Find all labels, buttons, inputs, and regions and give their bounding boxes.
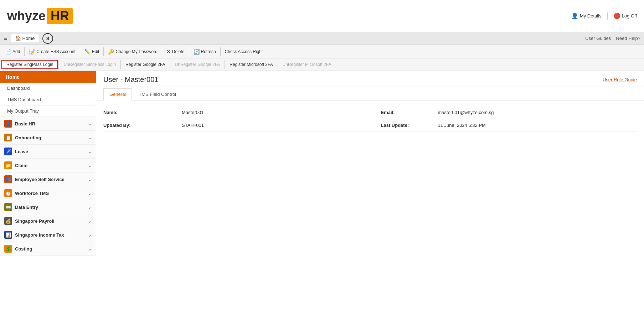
data-entry-icon: ⌨️ [4,203,12,211]
costing-icon: 💲 [4,245,12,253]
need-help-link[interactable]: Need Help? [616,36,640,41]
register-google-button[interactable]: Register Google 2FA [121,61,169,68]
edit-button[interactable]: ✏️ Edit [81,47,103,56]
register-google-label: Register Google 2FA [125,62,165,67]
create-ess-icon: 📝 [29,49,35,55]
change-password-button[interactable]: 🔑 Change My Password [104,47,161,56]
add-icon: 📄 [5,49,11,55]
log-off-icon: 🔴 [613,12,620,19]
edit-label: Edit [92,49,99,54]
check-access-label: Check Access Right [225,49,263,54]
delete-button[interactable]: ✕ Delete [163,47,188,56]
refresh-button[interactable]: 🔄 Refresh [190,47,220,56]
user-guides-link[interactable]: User Guides [585,36,611,41]
workforce-tms-label: Workforce TMS [15,191,49,196]
register-singpass-label: Register SingPass Login [6,62,53,67]
sidebar-section-onboarding[interactable]: 📋 Onboarding ⌄ [0,131,96,145]
top-nav-right: User Guides Need Help? [585,36,640,41]
my-details-link[interactable]: 👤 My Details [571,12,602,19]
sidebar-section-singapore-payroll[interactable]: 💰 Singapore Payroll ⌄ [0,214,96,228]
sidebar: Home Dashboard TMS Dashboard My Output T… [0,71,96,315]
onboarding-chevron: ⌄ [88,135,92,140]
unregister-google-label: UnRegister Google 2FA [175,62,220,67]
logo-hr-text: HR [47,8,73,24]
user-role-guide-link[interactable]: User Role Guide [603,77,637,82]
updated-by-label: Updated By: [103,123,182,128]
top-nav-left: ≡ 🏠 Home 3 [4,33,53,44]
costing-chevron: ⌄ [88,246,92,252]
leave-label: Leave [15,149,28,154]
logo-whyze-text: whyze [7,9,46,24]
sidebar-section-leave[interactable]: ✈️ Leave ⌄ [0,145,96,159]
change-password-icon: 🔑 [108,49,114,55]
sidebar-item-tms-dashboard[interactable]: TMS Dashboard [0,94,96,105]
singapore-income-tax-chevron: ⌄ [88,232,92,238]
sidebar-section-singapore-income-tax[interactable]: 📊 Singapore Income Tax ⌄ [0,228,96,242]
toolbar-sep-4 [162,47,162,56]
last-update-value: 11 June, 2024 5:32 PM [438,123,637,128]
claim-chevron: ⌄ [88,163,92,168]
header-divider [607,12,608,20]
email-label: Email: [381,110,438,115]
data-entry-label: Data Entry [15,205,38,210]
sidebar-section-basic-hr[interactable]: 👤 Basic HR ⌄ [0,117,96,131]
basic-hr-chevron: ⌄ [88,121,92,126]
toolbar: 📄 Add 📝 Create ESS Account ✏️ Edit 🔑 Cha… [0,45,644,58]
sidebar-section-workforce-tms[interactable]: ⏱️ Workforce TMS ⌄ [0,186,96,200]
my-details-label: My Details [580,13,602,19]
edit-icon: ✏️ [84,49,91,55]
sidebar-item-dashboard[interactable]: Dashboard [0,83,96,94]
delete-icon: ✕ [166,49,171,55]
register-singpass-button[interactable]: Register SingPass Login [1,60,58,69]
log-off-link[interactable]: 🔴 Log Off [613,12,637,19]
costing-label: Costing [15,246,32,252]
unregister-singpass-button[interactable]: UnRegister SingPass Login [59,61,120,68]
hamburger-menu[interactable]: ≡ [4,35,7,42]
logo: whyze HR [7,8,73,24]
sidebar-section-data-entry[interactable]: ⌨️ Data Entry ⌄ [0,200,96,214]
toolbar-sep-5 [189,47,189,56]
tab-general[interactable]: General [103,88,132,100]
add-button[interactable]: 📄 Add [1,47,24,56]
onboarding-label: Onboarding [15,135,41,140]
leave-icon: ✈️ [4,148,12,155]
ess-icon: 👥 [4,175,12,183]
content: User - Master001 User Role Guide General… [96,71,644,315]
form-section: Name: Master001 Email: master001@whyze.c… [96,100,644,138]
refresh-icon: 🔄 [194,49,200,55]
singapore-payroll-icon: 💰 [4,217,12,225]
updated-by-value: STAFF001 [182,123,381,128]
badge-3: 3 [42,33,53,44]
name-value: Master001 [182,110,381,115]
sidebar-section-costing[interactable]: 💲 Costing ⌄ [0,242,96,256]
basic-hr-label: Basic HR [15,121,35,126]
unregister-google-button[interactable]: UnRegister Google 2FA [171,61,225,68]
toolbar-sep-1 [24,47,25,56]
singapore-payroll-label: Singapore Payroll [15,218,55,224]
toolbar2-sep-4 [225,60,225,69]
toolbar-sep-3 [103,47,104,56]
sidebar-item-my-output-tray[interactable]: My Output Tray [0,105,96,117]
sidebar-section-claim[interactable]: 📁 Claim ⌄ [0,159,96,172]
register-microsoft-button[interactable]: Register Microsoft 2FA [225,61,277,68]
header-right: 👤 My Details 🔴 Log Off [571,12,637,20]
unregister-microsoft-button[interactable]: UnRegister Microsoft 2FA [278,61,336,68]
ess-chevron: ⌄ [88,177,92,182]
refresh-label: Refresh [201,49,216,54]
create-ess-button[interactable]: 📝 Create ESS Account [25,47,79,56]
sidebar-home[interactable]: Home [0,71,96,83]
check-access-button[interactable]: Check Access Right [221,48,267,56]
email-value: master001@whyze.com.sg [438,110,637,115]
sidebar-section-employee-self-service[interactable]: 👥 Employee Self Service ⌄ [0,172,96,186]
toolbar2-sep-1 [58,60,59,69]
tab-tms-field-control[interactable]: TMS Field Control [133,88,182,100]
header: whyze HR 👤 My Details 🔴 Log Off [0,0,644,32]
onboarding-icon: 📋 [4,134,12,141]
unregister-singpass-label: UnRegister SingPass Login [63,62,116,67]
home-label: Home [22,36,35,41]
toolbar2-sep-5 [278,60,278,69]
name-label: Name: [103,110,182,115]
home-nav-button[interactable]: 🏠 Home [11,34,39,42]
main-layout: Home Dashboard TMS Dashboard My Output T… [0,71,644,315]
toolbar2-sep-2 [120,60,121,69]
